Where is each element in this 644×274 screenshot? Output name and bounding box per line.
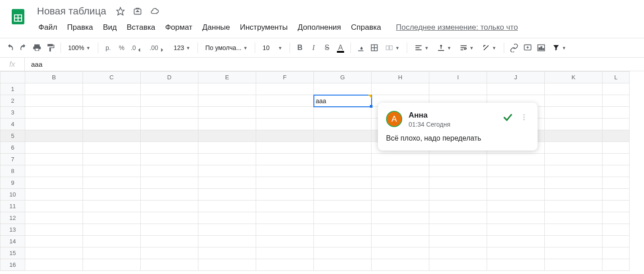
cell[interactable]: [545, 130, 603, 142]
cell[interactable]: [545, 165, 603, 177]
rotate-button[interactable]: ▼: [478, 41, 500, 54]
cell[interactable]: [545, 224, 603, 236]
cell[interactable]: [314, 107, 372, 119]
row-header[interactable]: 7: [0, 154, 25, 165]
decrease-decimal-button[interactable]: .0: [129, 41, 147, 54]
cell[interactable]: [603, 212, 630, 224]
cell[interactable]: [256, 189, 314, 201]
cell[interactable]: [429, 247, 487, 259]
cell[interactable]: [372, 177, 429, 189]
cell[interactable]: [429, 177, 487, 189]
cell[interactable]: [487, 212, 545, 224]
cell[interactable]: [83, 142, 141, 154]
col-header[interactable]: G: [314, 72, 372, 83]
cell[interactable]: [545, 189, 603, 201]
cell[interactable]: [429, 236, 487, 247]
document-title[interactable]: Новая таблица: [34, 5, 109, 18]
cell[interactable]: [25, 119, 83, 130]
cell[interactable]: [314, 83, 372, 95]
chart-button[interactable]: [535, 41, 547, 54]
cell[interactable]: [83, 107, 141, 119]
cell[interactable]: [603, 247, 630, 259]
cell[interactable]: [141, 201, 198, 212]
cell[interactable]: [545, 212, 603, 224]
col-header[interactable]: B: [25, 72, 83, 83]
font-select[interactable]: По умолча...▼: [202, 41, 251, 54]
col-header[interactable]: H: [372, 72, 429, 83]
cell[interactable]: [198, 259, 256, 271]
select-all-corner[interactable]: [0, 72, 25, 83]
cell[interactable]: [256, 224, 314, 236]
undo-button[interactable]: [4, 41, 16, 54]
cell[interactable]: [603, 177, 630, 189]
cell[interactable]: [198, 236, 256, 247]
cell[interactable]: [83, 236, 141, 247]
cell[interactable]: [25, 189, 83, 201]
cell[interactable]: [487, 201, 545, 212]
cell[interactable]: [83, 119, 141, 130]
fx-value[interactable]: ааа: [25, 60, 49, 68]
menu-file[interactable]: Файл: [34, 21, 61, 34]
cell[interactable]: [25, 247, 83, 259]
col-header[interactable]: I: [429, 72, 487, 83]
col-header[interactable]: D: [141, 72, 198, 83]
cell[interactable]: [141, 259, 198, 271]
spreadsheet-grid[interactable]: B C D E F G H I J K L 1 2ааа 3 4 5 6 7 8…: [0, 71, 630, 271]
cell[interactable]: [256, 130, 314, 142]
cell[interactable]: [545, 236, 603, 247]
cell[interactable]: [25, 95, 83, 107]
cell[interactable]: [487, 247, 545, 259]
cell[interactable]: [314, 224, 372, 236]
row-header[interactable]: 6: [0, 142, 25, 154]
cell[interactable]: [256, 236, 314, 247]
cell[interactable]: [314, 212, 372, 224]
paint-format-button[interactable]: [44, 41, 57, 54]
redo-button[interactable]: [17, 41, 30, 54]
cell[interactable]: [314, 142, 372, 154]
cell[interactable]: [198, 142, 256, 154]
cell[interactable]: [141, 154, 198, 165]
cell[interactable]: [198, 119, 256, 130]
cell[interactable]: [603, 201, 630, 212]
cell[interactable]: [25, 107, 83, 119]
col-header[interactable]: F: [256, 72, 314, 83]
row-header[interactable]: 16: [0, 259, 25, 271]
cell[interactable]: [141, 107, 198, 119]
cell[interactable]: [603, 142, 630, 154]
cell[interactable]: [198, 165, 256, 177]
cell[interactable]: [429, 165, 487, 177]
cell[interactable]: [256, 177, 314, 189]
cell[interactable]: [545, 177, 603, 189]
row-header[interactable]: 3: [0, 107, 25, 119]
cell[interactable]: [487, 165, 545, 177]
cell[interactable]: [198, 107, 256, 119]
cell[interactable]: [141, 130, 198, 142]
cell[interactable]: [314, 236, 372, 247]
cell[interactable]: [83, 154, 141, 165]
valign-button[interactable]: ▼: [433, 41, 455, 54]
text-color-button[interactable]: A: [334, 41, 347, 54]
cell[interactable]: [25, 224, 83, 236]
cell[interactable]: [198, 154, 256, 165]
wrap-button[interactable]: ▼: [456, 41, 478, 54]
row-header[interactable]: 11: [0, 201, 25, 212]
menu-format[interactable]: Формат: [161, 21, 196, 34]
strikethrough-button[interactable]: S: [321, 41, 333, 54]
cell[interactable]: [314, 165, 372, 177]
menu-edit[interactable]: Правка: [63, 21, 97, 34]
cell[interactable]: [314, 119, 372, 130]
cell[interactable]: [314, 201, 372, 212]
cell[interactable]: [83, 177, 141, 189]
col-header[interactable]: C: [83, 72, 141, 83]
link-button[interactable]: [508, 41, 520, 54]
cell[interactable]: [603, 95, 630, 107]
cell[interactable]: [141, 212, 198, 224]
cell[interactable]: [83, 165, 141, 177]
print-button[interactable]: [31, 41, 43, 54]
cell[interactable]: [545, 119, 603, 130]
cell[interactable]: [372, 212, 429, 224]
cell[interactable]: [545, 259, 603, 271]
cell[interactable]: [545, 154, 603, 165]
filter-button[interactable]: ▼: [548, 41, 570, 54]
sheets-logo[interactable]: [9, 5, 27, 29]
